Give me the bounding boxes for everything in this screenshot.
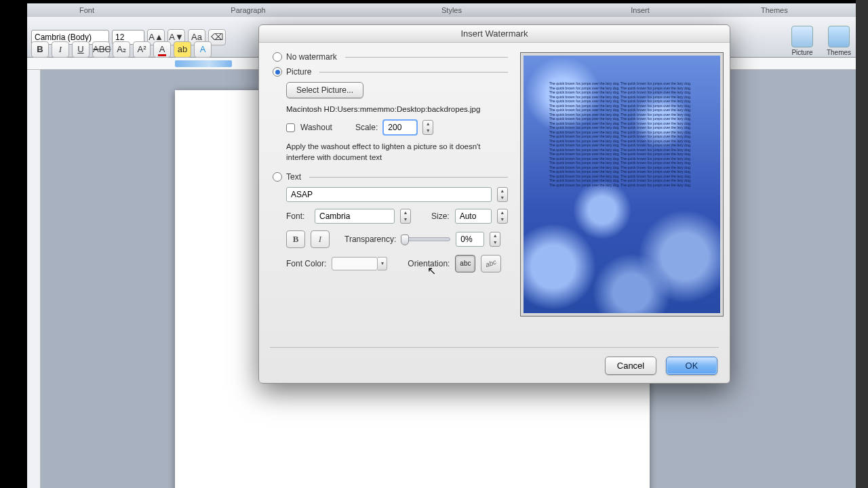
orientation-label: Orientation:	[408, 259, 450, 268]
preview-body-text: The quick brown fox jumps over the lazy …	[549, 81, 694, 187]
no-watermark-label: No watermark	[286, 52, 337, 62]
ok-button[interactable]: OK	[666, 357, 717, 375]
bold-button[interactable]: B	[31, 41, 49, 58]
ribbon-group-themes: Themes	[727, 6, 807, 14]
size-label: Size:	[431, 211, 450, 221]
subscript-button[interactable]: A₂	[113, 41, 130, 58]
text-radio[interactable]	[273, 172, 282, 182]
scale-label: Scale:	[355, 123, 378, 132]
scale-stepper[interactable]: ▲▼	[422, 120, 433, 135]
themes-button[interactable]: Themes	[822, 17, 856, 58]
insert-picture-button[interactable]: Picture	[785, 17, 819, 58]
orientation-horizontal-button[interactable]: abc	[455, 255, 475, 272]
size-stepper[interactable]: ▲▼	[497, 209, 508, 224]
font-color-dropdown[interactable]: ▾	[378, 257, 387, 270]
text-label: Text	[286, 172, 301, 182]
watermark-preview: The quick brown fox jumps over the lazy …	[520, 52, 724, 317]
ruler-indent-region	[175, 60, 232, 67]
transparency-input[interactable]	[456, 232, 484, 247]
font-combo[interactable]	[315, 209, 395, 224]
text-italic-toggle[interactable]: I	[311, 230, 330, 248]
vertical-ruler[interactable]	[27, 70, 41, 488]
scale-input[interactable]	[383, 120, 417, 135]
transparency-label: Transparency:	[344, 235, 396, 244]
dialog-separator	[270, 347, 719, 348]
ribbon-group-paragraph: Paragraph	[146, 6, 350, 14]
superscript-button[interactable]: A²	[133, 41, 151, 58]
washout-label: Washout	[300, 123, 332, 132]
select-picture-button[interactable]: Select Picture...	[286, 82, 363, 98]
themes-icon	[828, 26, 850, 47]
size-combo[interactable]	[455, 209, 492, 224]
ribbon-group-font: Font	[27, 6, 146, 14]
font-stepper[interactable]: ▲▼	[400, 209, 411, 224]
watermark-text-stepper[interactable]: ▲▼	[497, 187, 508, 202]
dialog-title: Insert Watermark	[259, 25, 730, 43]
font-label: Font:	[286, 211, 309, 221]
cancel-button[interactable]: Cancel	[605, 357, 656, 375]
picture-icon	[791, 26, 813, 47]
slider-thumb[interactable]	[401, 235, 409, 245]
ribbon-group-styles: Styles	[350, 6, 553, 14]
washout-checkbox[interactable]	[286, 123, 295, 132]
washout-hint: Apply the washout effect to lighten a pi…	[286, 142, 508, 163]
strikethrough-button[interactable]: ABC	[92, 41, 110, 58]
watermark-text-input[interactable]	[286, 187, 492, 202]
picture-label: Picture	[286, 67, 311, 77]
font-color-label: Font Color:	[286, 259, 326, 268]
orientation-diagonal-button[interactable]: abc	[481, 255, 501, 272]
transparency-slider[interactable]	[401, 237, 450, 241]
underline-button[interactable]: U	[72, 41, 90, 58]
picture-path: Macintosh HD:Users:mmemmo:Desktop:backdr…	[286, 105, 508, 113]
ribbon-group-labels: Font Paragraph Styles Insert Themes	[27, 3, 856, 17]
no-watermark-radio[interactable]	[273, 52, 282, 62]
right-edge-strip	[856, 0, 868, 488]
text-effects-button[interactable]: A	[194, 41, 212, 58]
insert-watermark-dialog: Insert Watermark No watermark Picture Se…	[258, 24, 730, 384]
highlight-button[interactable]: ab	[174, 41, 191, 58]
font-color-button[interactable]: A	[153, 41, 171, 58]
picture-radio[interactable]	[273, 67, 282, 77]
transparency-stepper[interactable]: ▲▼	[490, 232, 500, 247]
ribbon-group-insert: Insert	[553, 6, 727, 14]
font-color-swatch[interactable]	[332, 257, 378, 270]
italic-button[interactable]: I	[52, 41, 69, 58]
text-bold-toggle[interactable]: B	[286, 230, 305, 248]
